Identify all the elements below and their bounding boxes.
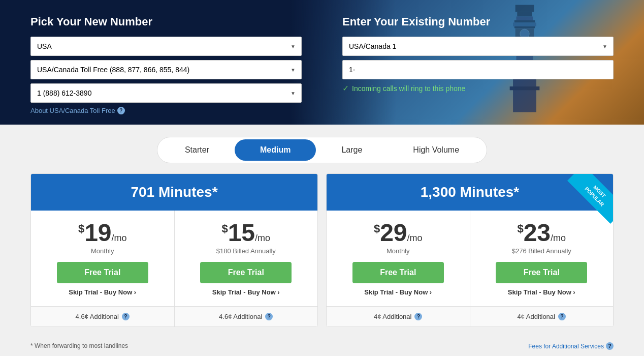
info-icon-1300-monthly[interactable]: ? <box>414 313 422 320</box>
additional-1300-monthly: 4¢ Additional ? <box>327 306 470 327</box>
free-trial-btn-1300-monthly[interactable]: Free Trial <box>352 262 444 283</box>
price-1300-monthly: $29/mo <box>337 221 460 245</box>
info-icon-701-annual[interactable]: ? <box>265 313 273 320</box>
billing-type-1300-annual: $276 Billed Annually <box>480 247 603 255</box>
footer-note: * When forwarding to most landlines Fees… <box>0 337 644 355</box>
most-popular-badge: MOSTPOPULAR <box>557 174 613 230</box>
header-content: Pick Your New Number USA Canada UK USA/C… <box>30 15 614 114</box>
existing-country-select[interactable]: USA/Canada 1 UK 44 <box>342 37 614 56</box>
country-select[interactable]: USA Canada UK <box>30 37 302 56</box>
additional-701-annual: 4.6¢ Additional ? <box>175 306 318 327</box>
pricing-header-701: 701 Minutes* <box>31 174 317 211</box>
tab-high-volume[interactable]: High Volume <box>388 139 485 161</box>
tollfree-select[interactable]: USA/Canada Toll Free (888, 877, 866, 855… <box>30 60 302 79</box>
enter-title: Enter Your Existing Number <box>342 15 614 28</box>
pricing-cards-701: $19/mo Monthly Free Trial Skip Trial - B… <box>31 211 317 306</box>
about-tollfree-link[interactable]: About USA/Canada Toll Free ? <box>30 107 302 114</box>
info-icon-1300-annual[interactable]: ? <box>558 313 566 320</box>
pick-section: Pick Your New Number USA Canada UK USA/C… <box>30 15 302 114</box>
free-trial-btn-701-monthly[interactable]: Free Trial <box>57 262 148 283</box>
skip-trial-1300-annual[interactable]: Skip Trial - Buy Now <box>480 288 603 296</box>
additional-row-1300: 4¢ Additional ? 4¢ Additional ? <box>327 306 613 327</box>
number-select[interactable]: 1 (888) 612-3890 <box>30 83 302 103</box>
enter-section: Enter Your Existing Number USA/Canada 1 … <box>342 15 614 114</box>
existing-country-dropdown-wrapper[interactable]: USA/Canada 1 UK 44 <box>342 37 614 56</box>
country-dropdown-wrapper[interactable]: USA Canada UK <box>30 37 302 56</box>
checkmark-icon: ✓ <box>342 83 349 93</box>
price-701-monthly: $19/mo <box>41 221 164 245</box>
billing-type-701-monthly: Monthly <box>41 247 164 255</box>
tollfree-dropdown-wrapper[interactable]: USA/Canada Toll Free (888, 877, 866, 855… <box>30 60 302 79</box>
pick-title: Pick Your New Number <box>30 15 302 28</box>
pricing-group-701: 701 Minutes* $19/mo Monthly Free Trial S… <box>30 173 318 327</box>
pricing-card-1300-monthly: $29/mo Monthly Free Trial Skip Trial - B… <box>327 211 470 306</box>
tab-medium[interactable]: Medium <box>235 139 316 161</box>
billing-type-1300-monthly: Monthly <box>337 247 460 255</box>
incoming-notice: ✓ Incoming calls will ring to this phone <box>342 83 614 93</box>
tabs-container: Starter Medium Large High Volume <box>157 137 487 163</box>
pricing-section: 701 Minutes* $19/mo Monthly Free Trial S… <box>0 163 644 337</box>
additional-row-701: 4.6¢ Additional ? 4.6¢ Additional ? <box>31 306 317 327</box>
info-icon: ? <box>117 107 125 114</box>
tabs-section: Starter Medium Large High Volume <box>0 125 644 163</box>
existing-number-wrapper[interactable] <box>342 60 614 79</box>
free-trial-btn-701-annual[interactable]: Free Trial <box>200 262 292 283</box>
price-701-annual: $15/mo <box>185 221 308 245</box>
skip-trial-701-annual[interactable]: Skip Trial - Buy Now <box>185 288 308 296</box>
tab-large[interactable]: Large <box>316 139 388 161</box>
info-icon-701-monthly[interactable]: ? <box>122 313 130 320</box>
footer-asterisk-note: * When forwarding to most landlines <box>30 342 128 350</box>
billing-type-701-annual: $180 Billed Annually <box>185 247 308 255</box>
additional-701-monthly: 4.6¢ Additional ? <box>31 306 175 327</box>
free-trial-btn-1300-annual[interactable]: Free Trial <box>496 262 587 283</box>
skip-trial-1300-monthly[interactable]: Skip Trial - Buy Now <box>337 288 460 296</box>
pricing-card-701-annual: $15/mo $180 Billed Annually Free Trial S… <box>175 211 318 306</box>
existing-number-input[interactable] <box>342 60 614 79</box>
additional-1300-annual: 4¢ Additional ? <box>470 306 614 327</box>
header-section: Pick Your New Number USA Canada UK USA/C… <box>0 0 644 125</box>
most-popular-text: MOSTPOPULAR <box>567 174 613 224</box>
skip-trial-701-monthly[interactable]: Skip Trial - Buy Now <box>41 288 164 296</box>
number-dropdown-wrapper[interactable]: 1 (888) 612-3890 <box>30 83 302 103</box>
tab-starter[interactable]: Starter <box>159 139 235 161</box>
svg-rect-0 <box>516 5 534 12</box>
fees-info-icon[interactable]: ? <box>606 342 614 350</box>
pricing-group-1300: 1,300 Minutes* MOSTPOPULAR $29/mo Monthl… <box>326 173 614 327</box>
fees-link[interactable]: Fees for Additional Services ? <box>528 342 614 350</box>
pricing-card-701-monthly: $19/mo Monthly Free Trial Skip Trial - B… <box>31 211 175 306</box>
